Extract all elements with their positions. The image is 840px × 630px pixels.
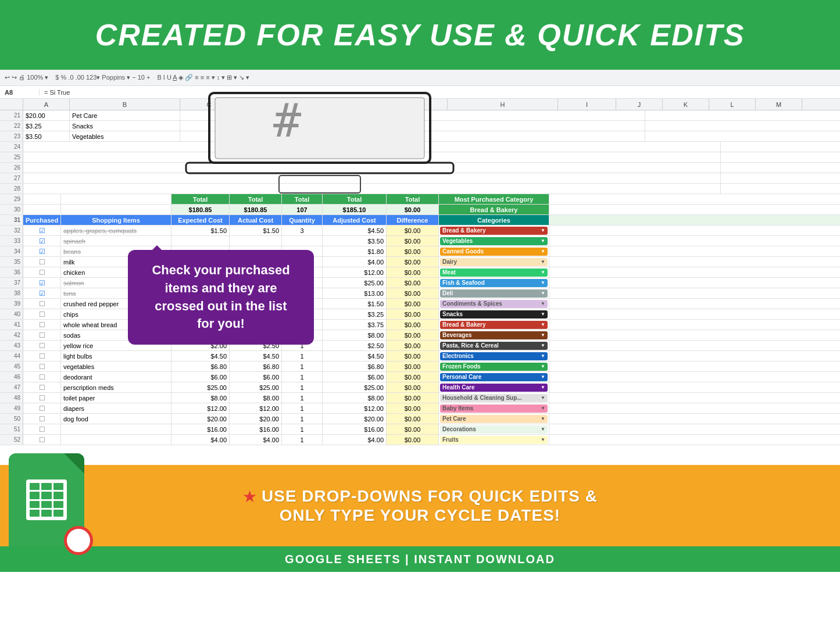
col-K: K — [663, 99, 709, 110]
google-sheets-icon-wrapper — [0, 430, 93, 546]
row-36: 36 ☐ chicken $12.00 $0.00 Meat ▼ — [0, 267, 840, 278]
bottom-yellow-banner: ★ USE DROP-DOWNS FOR QUICK EDITS & ONLY … — [0, 465, 840, 546]
gs-icon-grid — [26, 479, 67, 520]
top-banner-title: CREATED FOR EASY USE & QUICK EDITS — [95, 17, 745, 52]
row-48: 48 ☐ toilet paper $8.00 $8.00 1 $8.00 $0… — [0, 393, 840, 403]
spreadsheet-area: ↩ ↪ 🖨 100% ▾ $ % .0 .00 123▾ Poppins ▾ −… — [0, 70, 840, 465]
tooltip-text: Check your purchased items and they are … — [152, 263, 289, 331]
row-30: 30 $180.85 $180.85 107 $185.10 $0.00 Bre… — [0, 205, 840, 215]
row-44: 44 ☐ light bulbs $4.50 $4.50 1 $4.50 $0.… — [0, 351, 840, 361]
col-A: A — [23, 99, 70, 110]
col-B: B — [70, 99, 180, 110]
bottom-yellow-text: ★ USE DROP-DOWNS FOR QUICK EDITS & ONLY … — [242, 487, 598, 525]
row-39: 39 ☐ crushed red pepper $1.50 $0.00 Cond… — [0, 299, 840, 309]
row-31: 31 Purchased Shopping Items Expected Cos… — [0, 215, 840, 225]
row-32: 32 ☑ apples, grapes, cumquats $1.50 $1.5… — [0, 225, 840, 236]
svg-rect-1 — [215, 98, 424, 159]
row-38: 38 ☑ tuna $13.00 $0.00 Deli ▼ — [0, 288, 840, 299]
svg-text:#: # — [273, 94, 302, 148]
bottom-line2: ONLY TYPE YOUR CYCLE DATES! — [280, 506, 560, 525]
row-47: 47 ☐ perscription meds $25.00 $25.00 1 $… — [0, 382, 840, 393]
bottom-green-text: GOOGLE SHEETS | INSTANT DOWNLOAD — [285, 553, 555, 566]
row-52: 52 ☐ $4.00 $4.00 1 $4.00 $0.00 Fruits ▼ — [0, 435, 840, 445]
col-I: I — [558, 99, 616, 110]
row-49: 49 ☐ diapers $12.00 $12.00 1 $12.00 $0.0… — [0, 403, 840, 414]
row-43: 43 ☐ yellow rice $2.00 $2.50 1 $2.50 $0.… — [0, 341, 840, 351]
gs-icon-circle — [64, 526, 93, 555]
row-46: 46 ☐ deodorant $6.00 $6.00 1 $6.00 $0.00… — [0, 372, 840, 382]
col-L: L — [709, 99, 756, 110]
laptop-illustration: # — [174, 87, 465, 203]
svg-rect-4 — [279, 176, 360, 193]
bottom-green-bar: GOOGLE SHEETS | INSTANT DOWNLOAD — [0, 546, 840, 572]
bottom-line1: USE DROP-DOWNS FOR QUICK EDITS & — [262, 487, 598, 506]
formula-content: = Si True — [44, 89, 70, 96]
row-42: 42 ☐ sodas $8.00 $0.00 Beverages ▼ — [0, 330, 840, 341]
col-M: M — [756, 99, 802, 110]
row-50: 50 ☐ dog food $20.00 $20.00 1 $20.00 $0.… — [0, 414, 840, 424]
row-37: 37 ☑ salmon $25.00 $0.00 Fish & Seafood … — [0, 278, 840, 288]
row-40: 40 ☐ chips $3.25 $0.00 Snacks ▼ — [0, 309, 840, 320]
top-banner: CREATED FOR EASY USE & QUICK EDITS — [0, 0, 840, 70]
row-41: 41 ☐ whole wheat bread $3.75 $0.00 Bread… — [0, 320, 840, 330]
bottom-line1-wrapper: ★ USE DROP-DOWNS FOR QUICK EDITS & — [242, 487, 598, 506]
col-J: J — [616, 99, 663, 110]
svg-rect-2 — [186, 163, 453, 173]
ss-toolbar: ↩ ↪ 🖨 100% ▾ $ % .0 .00 123▾ Poppins ▾ −… — [0, 70, 840, 86]
google-sheets-icon — [9, 453, 84, 546]
tooltip-bubble: Check your purchased items and they are … — [128, 250, 314, 345]
row-35: 35 ☐ milk $4.00 $0.00 Dairy ▼ — [0, 257, 840, 267]
cell-reference: A8 — [5, 89, 40, 96]
row-34: 34 ☑ beans $1.80 $0.00 Canned Goods ▼ — [0, 246, 840, 257]
row-33: 33 ☑ spinach $3.50 $0.00 Vegetables ▼ — [0, 236, 840, 246]
row-51: 51 ☐ $16.00 $16.00 1 $16.00 $0.00 Decora… — [0, 424, 840, 435]
row-45: 45 ☐ vegetables $6.80 $6.80 1 $6.80 $0.0… — [0, 361, 840, 372]
data-rows: 32 ☑ apples, grapes, cumquats $1.50 $1.5… — [0, 225, 840, 445]
star-icon: ★ — [242, 487, 257, 506]
